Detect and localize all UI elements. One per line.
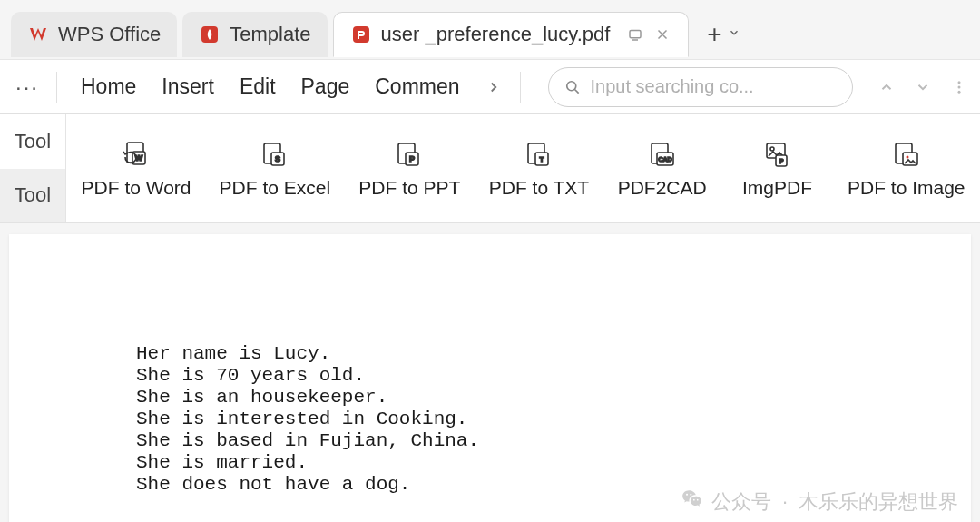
svg-text:CAD: CAD	[658, 156, 671, 163]
pdf-to-image-icon	[890, 139, 923, 172]
document-text: Her name is Lucy. She is 70 years old. S…	[136, 343, 971, 496]
new-tab-dropdown[interactable]	[728, 26, 740, 43]
svg-point-4	[958, 81, 961, 84]
pdf-file-icon	[350, 24, 372, 45]
tab-strip: WPS Office Template user _preference_luc…	[0, 0, 980, 60]
search-box[interactable]	[548, 67, 853, 107]
ribbon-pdf-to-excel-label: PDF to Excel	[220, 177, 331, 199]
tab-template[interactable]: Template	[182, 12, 327, 57]
expand-ribbon-icon[interactable]	[911, 75, 935, 99]
pdf-to-txt-icon: T	[523, 139, 555, 172]
collapse-ribbon-icon[interactable]	[875, 75, 898, 99]
tab-file-actions	[626, 25, 671, 44]
menu-comment[interactable]: Commen	[362, 69, 472, 104]
pdf-to-word-icon: W	[120, 139, 152, 172]
ribbon-area: Tool Tool W PDF to Word S	[0, 114, 980, 223]
ribbon-pdf2cad-label: PDF2CAD	[618, 177, 707, 199]
document-canvas: Her name is Lucy. She is 70 years old. S…	[0, 234, 980, 522]
template-icon	[199, 24, 220, 45]
side-tab-tool-1[interactable]: Tool	[0, 114, 65, 169]
tab-app-label: WPS Office	[58, 23, 161, 46]
menu-edit[interactable]: Edit	[227, 69, 289, 104]
svg-text:S: S	[275, 154, 280, 163]
menu-page[interactable]: Page	[289, 69, 363, 104]
tab-app[interactable]: WPS Office	[11, 12, 177, 57]
menu-home[interactable]: Home	[68, 69, 149, 104]
pdf2cad-icon: CAD	[646, 139, 679, 172]
svg-point-28	[906, 155, 908, 158]
tab-detach-icon[interactable]	[626, 25, 644, 44]
menu-items: Home Insert Edit Page Commen	[68, 69, 473, 104]
svg-point-3	[566, 81, 575, 90]
ribbon-pdf2cad[interactable]: CAD PDF2CAD	[619, 139, 706, 199]
ribbon-pdf-to-excel[interactable]: S PDF to Excel	[220, 139, 329, 199]
search-input[interactable]	[591, 76, 838, 97]
ribbon: W PDF to Word S PDF to Excel	[66, 114, 980, 222]
svg-text:T: T	[539, 155, 544, 163]
ribbon-pdf-to-word-label: PDF to Word	[82, 177, 191, 199]
new-tab-button[interactable]: +	[707, 22, 721, 47]
svg-text:P: P	[779, 158, 783, 164]
ribbon-pdf-to-image[interactable]: PDF to Image	[849, 139, 964, 199]
kebab-menu-icon[interactable]	[947, 75, 971, 99]
side-tab-tool-2[interactable]: Tool	[0, 169, 65, 223]
svg-text:P: P	[409, 154, 415, 163]
ribbon-imgpdf-label: ImgPDF	[742, 177, 812, 199]
menu-insert[interactable]: Insert	[149, 69, 227, 104]
search-icon	[564, 78, 582, 96]
side-tabs: Tool Tool	[0, 114, 66, 222]
ribbon-pdf-to-word[interactable]: W PDF to Word	[83, 139, 190, 199]
ribbon-imgpdf[interactable]: P ImgPDF	[737, 139, 818, 199]
menu-bar: ··· Home Insert Edit Page Commen	[0, 60, 980, 114]
more-menu-button[interactable]: ···	[9, 74, 45, 100]
pdf-to-excel-icon: S	[259, 139, 291, 172]
ribbon-pdf-to-txt-label: PDF to TXT	[489, 177, 589, 199]
tab-file-label: user _preference_lucy.pdf	[381, 23, 611, 46]
imgpdf-icon: P	[761, 139, 794, 172]
svg-point-6	[958, 90, 961, 93]
window-controls	[875, 75, 971, 99]
menu-scroll-right[interactable]	[478, 72, 509, 103]
tab-file[interactable]: user _preference_lucy.pdf	[333, 12, 690, 57]
close-icon[interactable]	[653, 25, 671, 44]
svg-point-5	[958, 85, 961, 88]
ribbon-pdf-to-ppt-label: PDF to PPT	[358, 177, 460, 199]
menu-divider	[56, 72, 57, 103]
ribbon-pdf-to-txt[interactable]: T PDF to TXT	[490, 139, 588, 199]
ribbon-pdf-to-ppt[interactable]: P PDF to PPT	[360, 139, 459, 199]
svg-point-23	[770, 147, 774, 151]
wps-logo-icon	[27, 24, 49, 45]
pdf-to-ppt-icon: P	[393, 139, 426, 172]
new-tab-controls: +	[707, 22, 740, 47]
menu-divider-2	[520, 72, 521, 103]
document-page[interactable]: Her name is Lucy. She is 70 years old. S…	[9, 234, 971, 522]
ribbon-pdf-to-image-label: PDF to Image	[848, 177, 965, 199]
tab-template-label: Template	[230, 23, 310, 46]
svg-rect-2	[630, 30, 641, 37]
